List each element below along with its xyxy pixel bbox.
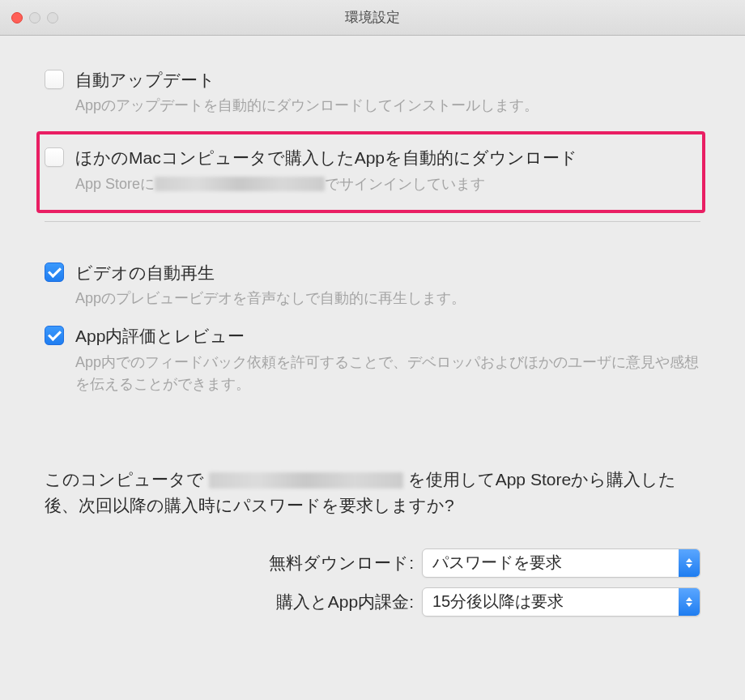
in-app-review-checkbox[interactable] — [45, 326, 64, 345]
redacted-account-id — [155, 177, 325, 191]
divider — [45, 221, 700, 222]
pref-text: 自動アップデート Appのアップデートを自動的にダウンロードしてインストールしま… — [75, 68, 700, 117]
auto-update-label: 自動アップデート — [75, 68, 700, 92]
pref-auto-update: 自動アップデート Appのアップデートを自動的にダウンロードしてインストールしま… — [45, 68, 700, 117]
auto-download-label: ほかのMacコンピュータで購入したAppを自動的にダウンロード — [75, 146, 694, 169]
free-download-value: パスワードを要求 — [432, 552, 562, 574]
highlight-box: ほかのMacコンピュータで購入したAppを自動的にダウンロード App Stor… — [36, 131, 705, 212]
video-autoplay-label: ビデオの自動再生 — [75, 261, 700, 284]
in-app-review-desc: App内でのフィードバック依頼を許可することで、デベロッパおよびほかのユーザに意… — [75, 352, 700, 395]
purchase-label: 購入とApp内課金: — [276, 591, 414, 613]
auto-download-desc: App Storeに でサインインしています — [75, 173, 694, 195]
video-autoplay-checkbox[interactable] — [45, 262, 64, 282]
auto-download-desc-suffix: でサインインしています — [325, 173, 485, 195]
close-button[interactable] — [11, 12, 23, 23]
updown-icon — [679, 588, 700, 616]
purchase-value: 15分後以降は要求 — [432, 591, 564, 612]
zoom-button[interactable] — [47, 12, 58, 23]
window-title: 環境設定 — [0, 8, 745, 27]
in-app-review-label: App内評価とレビュー — [75, 324, 700, 348]
purchase-text-prefix: このコンピュータで — [45, 470, 204, 489]
auto-download-desc-prefix: App Storeに — [75, 173, 155, 195]
pref-in-app-review: App内評価とレビュー App内でのフィードバック依頼を許可することで、デベロッ… — [45, 324, 700, 395]
free-download-select[interactable]: パスワードを要求 — [422, 548, 700, 578]
content-area: 自動アップデート Appのアップデートを自動的にダウンロードしてインストールしま… — [0, 36, 745, 659]
purchase-prompt: このコンピュータで を使用してApp Storeから購入した後、次回以降の購入時… — [45, 467, 700, 519]
free-download-row: 無料ダウンロード: パスワードを要求 — [45, 548, 700, 578]
auto-update-checkbox[interactable] — [45, 70, 64, 89]
minimize-button[interactable] — [29, 12, 40, 23]
traffic-lights — [11, 12, 58, 23]
auto-download-checkbox[interactable] — [45, 147, 64, 167]
video-autoplay-desc: Appのプレビュービデオを音声なしで自動的に再生します。 — [75, 288, 700, 309]
titlebar: 環境設定 — [0, 0, 745, 36]
pref-text: ビデオの自動再生 Appのプレビュービデオを音声なしで自動的に再生します。 — [75, 261, 700, 309]
pref-text: App内評価とレビュー App内でのフィードバック依頼を許可することで、デベロッ… — [75, 324, 700, 395]
free-download-label: 無料ダウンロード: — [269, 552, 414, 574]
pref-auto-download: ほかのMacコンピュータで購入したAppを自動的にダウンロード App Stor… — [45, 146, 694, 194]
section-gap — [45, 410, 700, 467]
purchase-select[interactable]: 15分後以降は要求 — [422, 587, 700, 617]
redacted-account-id — [209, 472, 403, 489]
pref-text: ほかのMacコンピュータで購入したAppを自動的にダウンロード App Stor… — [75, 146, 694, 194]
pref-video-autoplay: ビデオの自動再生 Appのプレビュービデオを音声なしで自動的に再生します。 — [45, 261, 700, 309]
updown-icon — [679, 549, 700, 577]
purchase-row: 購入とApp内課金: 15分後以降は要求 — [45, 587, 700, 617]
auto-update-desc: Appのアップデートを自動的にダウンロードしてインストールします。 — [75, 95, 700, 117]
